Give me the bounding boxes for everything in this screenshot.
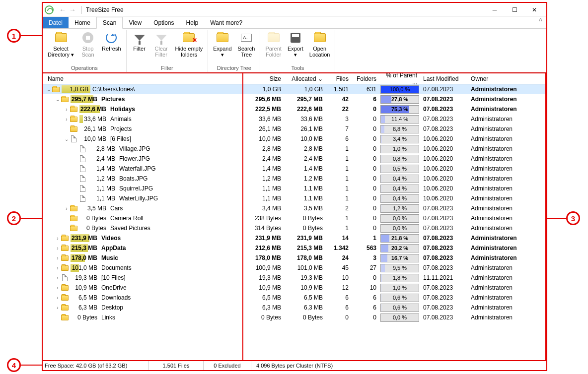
menu-scan[interactable]: Scan	[96, 17, 123, 29]
nav-forward-icon[interactable]: →	[69, 6, 76, 13]
col-files[interactable]: Files	[326, 75, 352, 82]
tree-row[interactable]: 2,8 MBVillage.JPG	[43, 144, 242, 154]
minimize-button[interactable]: ─	[485, 3, 505, 16]
detail-row[interactable]: 314 Bytes0 Bytes100,0 %07.08.2023Adminis…	[243, 223, 545, 233]
detail-row[interactable]: 3,4 MB3,5 MB201,2 %07.08.2023Administrat…	[243, 203, 545, 213]
tree-row[interactable]: ›101,0 MBDocuments	[43, 263, 242, 273]
col-size[interactable]: Size	[243, 75, 284, 82]
tree-row[interactable]: ›19,3 MB[10 Files]	[43, 273, 242, 283]
detail-row[interactable]: 0 Bytes0 Bytes000,0 %07.08.2023Administr…	[243, 312, 545, 322]
refresh-button[interactable]: Refresh	[99, 30, 124, 65]
stop-scan-button[interactable]: StopScan	[77, 30, 99, 65]
detail-row[interactable]: 33,6 MB33,6 MB3011,4 %07.08.2023Administ…	[243, 114, 545, 124]
titlebar: ← → TreeSize Free ─ ☐ ✕	[43, 3, 546, 17]
open-location-button[interactable]: OpenLocation	[306, 30, 333, 65]
expand-toggle-icon[interactable]: ›	[64, 107, 70, 112]
detail-row[interactable]: 1,1 MB1,1 MB100,4 %10.06.2020Administrat…	[243, 193, 545, 203]
export-button[interactable]: Export▾	[285, 30, 306, 65]
refresh-icon	[104, 31, 118, 45]
expand-toggle-icon[interactable]: ›	[55, 236, 61, 241]
tree-row[interactable]: ›6,5 MBDownloads	[43, 293, 242, 303]
tree-row[interactable]: 1,1 MBWaterLilly.JPG	[43, 193, 242, 203]
menu-view[interactable]: View	[123, 17, 147, 28]
detail-row[interactable]: 231,9 MB231,9 MB14121,8 %07.08.2023Admin…	[243, 233, 545, 243]
tree-row[interactable]: 1,2 MBBoats.JPG	[43, 174, 242, 184]
menu-file[interactable]: Datei	[43, 17, 69, 28]
expand-toggle-icon[interactable]: ›	[64, 117, 70, 122]
detail-row[interactable]: 2,4 MB2,4 MB100,8 %10.06.2020Administrat…	[243, 154, 545, 164]
tree-row[interactable]: ›3,5 MBCars	[43, 203, 242, 213]
expand-toggle-icon[interactable]: ›	[55, 275, 61, 281]
collapse-ribbon-icon[interactable]: ᐱ	[535, 17, 546, 28]
detail-row[interactable]: 10,9 MB10,9 MB12101,0 %07.08.2023Adminis…	[243, 283, 545, 293]
tree-row[interactable]: ›231,9 MBVideos	[43, 233, 242, 243]
tree-row[interactable]: ›10,9 MBOneDrive	[43, 283, 242, 293]
expand-toggle-icon[interactable]: ⌄	[55, 97, 61, 102]
tree-row[interactable]: ⌄1,0 GBC:\Users\Jones\	[43, 84, 242, 94]
expand-toggle-icon[interactable]: ⌄	[64, 136, 70, 142]
detail-row[interactable]: 10,0 MB10,0 MB603,4 %10.06.2020Administr…	[243, 134, 545, 144]
expand-toggle-icon[interactable]: ›	[55, 295, 61, 301]
cell-percent: 9,5 %	[379, 263, 420, 273]
expand-toggle-icon[interactable]: ›	[55, 285, 61, 291]
detail-row[interactable]: 2,8 MB2,8 MB101,0 %10.06.2020Administrat…	[243, 144, 545, 154]
close-button[interactable]: ✕	[524, 3, 544, 16]
detail-row[interactable]: 222,5 MB222,6 MB22075,3 %07.08.2023Admin…	[243, 104, 545, 114]
detail-row[interactable]: 19,3 MB19,3 MB1001,8 %11.11.2021Administ…	[243, 273, 545, 283]
detail-row[interactable]: 1,4 MB1,4 MB100,5 %10.06.2020Administrat…	[243, 164, 545, 174]
tree-row[interactable]: ›222,6 MBHolidays	[43, 104, 242, 114]
tree-row[interactable]: 0 BytesLinks	[43, 312, 242, 322]
col-name[interactable]: Name	[45, 75, 242, 82]
filter-button[interactable]: Filter	[129, 30, 150, 65]
detail-row[interactable]: 295,6 MB295,7 MB42627,8 %07.08.2023Admin…	[243, 94, 545, 104]
detail-row[interactable]: 6,5 MB6,5 MB660,6 %07.08.2023Administrat…	[243, 293, 545, 303]
clear-filter-label: ClearFilter	[154, 46, 167, 58]
detail-row[interactable]: 212,6 MB215,3 MB1.34256320,2 %07.08.2023…	[243, 243, 545, 253]
menu-help[interactable]: Help	[180, 17, 205, 28]
maximize-button[interactable]: ☐	[505, 3, 524, 16]
col-folders[interactable]: Folders	[352, 75, 379, 82]
tree-row[interactable]: ⌄295,7 MBPictures	[43, 94, 242, 104]
menu-home[interactable]: Home	[69, 17, 96, 28]
tree-size-cell: 6,5 MB	[71, 293, 99, 302]
detail-row[interactable]: 1,0 GB1,0 GB1.501631100,0 %07.08.2023Adm…	[243, 84, 545, 94]
detail-row[interactable]: 100,9 MB101,0 MB45279,5 %07.08.2023Admin…	[243, 263, 545, 273]
detail-row[interactable]: 1,2 MB1,2 MB100,4 %10.06.2020Administrat…	[243, 174, 545, 184]
tree-row[interactable]: 1,4 MBWaterfall.JPG	[43, 164, 242, 174]
tree-row[interactable]: ⌄10,0 MB[6 Files]	[43, 134, 242, 144]
detail-row[interactable]: 1,1 MB1,1 MB100,4 %10.06.2020Administrat…	[243, 184, 545, 193]
expand-toggle-icon[interactable]: ›	[55, 305, 61, 311]
select-directory-button[interactable]: SelectDirectory ▾	[45, 30, 77, 65]
tree-row[interactable]: ›215,3 MBAppData	[43, 243, 242, 253]
tree-row[interactable]: ›33,6 MBAnimals	[43, 114, 242, 124]
clear-filter-button[interactable]: ClearFilter	[150, 30, 172, 65]
tree-row[interactable]: ›6,3 MBDesktop	[43, 303, 242, 312]
expand-toggle-icon[interactable]: ›	[55, 255, 61, 261]
search-tree-button[interactable]: A... SearchTree	[235, 30, 258, 65]
tree-row[interactable]: 0 BytesCamera Roll	[43, 213, 242, 223]
hide-empty-button[interactable]: ✕ Hide emptyfolders	[172, 30, 206, 65]
menu-options[interactable]: Options	[147, 17, 180, 28]
expand-toggle-icon[interactable]: ›	[64, 206, 70, 211]
col-modified[interactable]: Last Modified	[420, 75, 468, 82]
menu-want-more[interactable]: Want more?	[204, 17, 248, 28]
tree-row[interactable]: 26,1 MBProjects	[43, 124, 242, 134]
nav-back-icon[interactable]: ←	[59, 6, 66, 13]
tree-row[interactable]: 1,1 MBSquirrel.JPG	[43, 184, 242, 193]
tree-row[interactable]: ›178,0 MBMusic	[43, 253, 242, 263]
expand-toggle-icon[interactable]: ›	[55, 265, 61, 271]
detail-row[interactable]: 6,3 MB6,3 MB660,6 %07.08.2023Administrat…	[243, 303, 545, 312]
expand-toggle-icon[interactable]: ⌄	[46, 87, 52, 92]
col-percent[interactable]: % of Parent ...	[379, 73, 420, 86]
ribbon-group-tree: Expand▾ A... SearchTree Directory Tree	[208, 30, 260, 72]
expand-toggle-icon[interactable]: ›	[55, 246, 61, 251]
detail-row[interactable]: 26,1 MB26,1 MB708,8 %07.08.2023Administr…	[243, 124, 545, 134]
expand-button[interactable]: Expand▾	[210, 30, 234, 65]
col-allocated[interactable]: Allocated ⌄	[284, 75, 326, 82]
tree-row[interactable]: 0 BytesSaved Pictures	[43, 223, 242, 233]
parent-folder-button[interactable]: ParentFolder	[262, 30, 284, 65]
col-owner[interactable]: Owner	[468, 75, 528, 82]
detail-row[interactable]: 238 Bytes0 Bytes100,0 %07.08.2023Adminis…	[243, 213, 545, 223]
tree-row[interactable]: 2,4 MBFlower.JPG	[43, 154, 242, 164]
detail-row[interactable]: 178,0 MB178,0 MB24316,7 %07.08.2023Admin…	[243, 253, 545, 263]
